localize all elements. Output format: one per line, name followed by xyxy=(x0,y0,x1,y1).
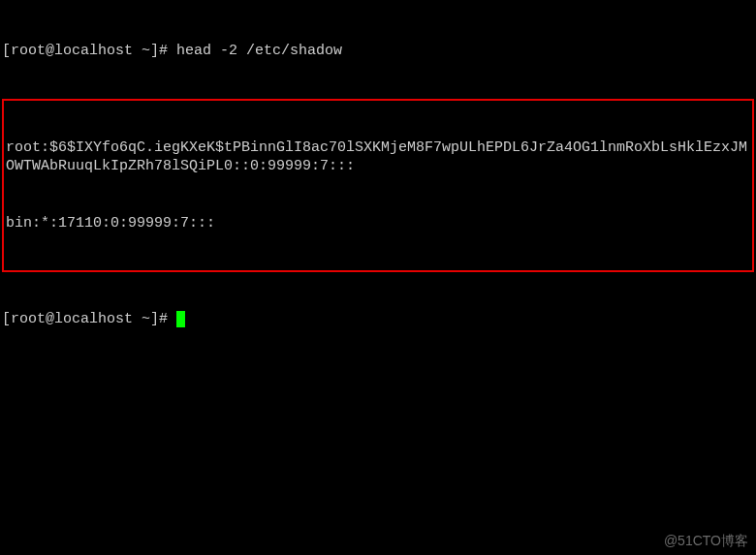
watermark-text: @51CTO博客 xyxy=(664,532,748,549)
shell-prompt: [root@localhost ~]# xyxy=(2,43,176,59)
output-line-bin: bin:*:17110:0:99999:7::: xyxy=(6,214,750,233)
shell-prompt: [root@localhost ~]# xyxy=(2,311,176,327)
cursor-block-icon xyxy=(176,311,185,327)
next-prompt-line[interactable]: [root@localhost ~]# xyxy=(2,310,754,329)
terminal-window[interactable]: [root@localhost ~]# head -2 /etc/shadow … xyxy=(0,0,756,352)
shell-command: head -2 /etc/shadow xyxy=(176,43,342,59)
command-line: [root@localhost ~]# head -2 /etc/shadow xyxy=(2,42,754,61)
output-line-root: root:$6$IXYfo6qC.iegKXeK$tPBinnGlI8ac70l… xyxy=(6,139,750,176)
output-highlight-box: root:$6$IXYfo6qC.iegKXeK$tPBinnGlI8ac70l… xyxy=(2,99,754,273)
